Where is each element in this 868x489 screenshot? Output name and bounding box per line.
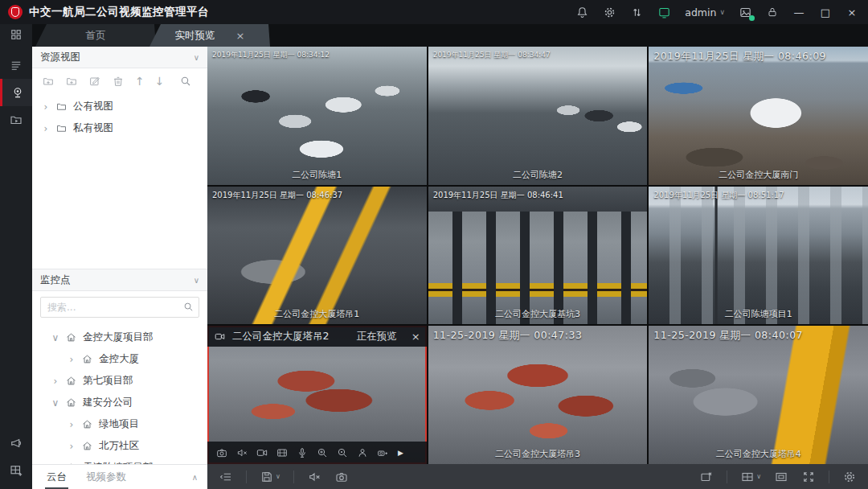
mute-speaker-icon[interactable]	[235, 446, 248, 459]
layout-table-icon[interactable]	[0, 457, 32, 484]
tab-close-icon[interactable]: ×	[236, 30, 245, 42]
app-grid-icon[interactable]	[0, 24, 32, 45]
broadcast-megaphone-icon[interactable]	[0, 429, 32, 457]
lock-screen-icon[interactable]	[766, 6, 779, 18]
more-tools-arrow-icon[interactable]: ▶	[398, 449, 403, 457]
camera-caption: 二公司金控大厦南门	[649, 169, 868, 181]
tree-item-label: 绿地项目	[99, 417, 139, 431]
expand-chevron-icon[interactable]: ›	[42, 101, 50, 113]
save-view-icon[interactable]: ∨	[260, 470, 280, 484]
camera-caption: 二公司陈塘1	[207, 169, 427, 181]
edit-icon[interactable]	[88, 75, 101, 88]
digital-zoom-icon[interactable]	[316, 446, 329, 459]
playback-folder-icon[interactable]	[0, 106, 32, 134]
settings-gear-icon[interactable]	[603, 6, 616, 19]
expand-chevron-icon[interactable]: ›	[68, 419, 76, 430]
monitor-point-header[interactable]: 监控点 ∨	[32, 269, 207, 291]
video-cell-8[interactable]: 11-25-2019 星期一 00:47:33 二公司金控大厦塔吊3	[428, 326, 648, 464]
record-video-icon[interactable]	[256, 446, 268, 459]
app-logo-icon	[8, 5, 23, 19]
tree-item-site[interactable]: › 北万社区	[32, 435, 207, 457]
search-input[interactable]	[40, 297, 199, 318]
folder-icon	[55, 101, 68, 113]
collapse-chevron-icon[interactable]: ∨	[51, 332, 59, 343]
camera-caption: 二公司陈塘2	[428, 169, 648, 181]
tree-item-label: 金控大厦项目部	[83, 331, 154, 344]
monitor-status-icon[interactable]	[657, 6, 671, 19]
expand-chevron-icon[interactable]: ›	[68, 354, 76, 365]
playback-film-icon[interactable]	[276, 446, 289, 459]
chevron-down-icon: ∨	[719, 8, 725, 16]
video-cell-5[interactable]: 2019年11月25日 星期一 08:46:41 二公司金控大厦基坑3	[428, 187, 648, 325]
tab-ptz[interactable]: 云台	[45, 466, 68, 489]
expand-chevron-icon[interactable]: ›	[51, 376, 59, 387]
tab-video-params[interactable]: 视频参数	[86, 471, 126, 484]
tree-item-project[interactable]: ∨ 天津陈塘项目部	[32, 457, 207, 464]
move-down-icon[interactable]: ↓	[155, 75, 165, 88]
user-menu[interactable]: admin ∨	[685, 6, 725, 18]
collapse-chevron-icon[interactable]: ∨	[51, 397, 59, 409]
video-cell-7-active[interactable]: 二公司金控大厦塔吊2 正在预览 × ▶	[207, 326, 427, 464]
video-cell-6[interactable]: 2019年11月25日 星期一 08:51:17 二公司陈塘项目1	[649, 187, 868, 325]
preset-person-icon[interactable]	[356, 446, 369, 459]
username-label: admin	[685, 6, 716, 18]
close-video-icon[interactable]: ×	[411, 331, 420, 343]
video-cell-9[interactable]: 11-25-2019 星期一 08:40:07 二公司金控大厦塔吊4	[649, 326, 868, 464]
home-icon	[81, 418, 93, 430]
fullscreen-icon[interactable]	[801, 470, 816, 484]
window-close-button[interactable]: ×	[845, 6, 858, 18]
tree-item-project[interactable]: ∨ 金控大厦项目部	[32, 327, 207, 348]
talk-mic-icon[interactable]	[296, 446, 309, 459]
resource-view-header[interactable]: 资源视图 ∨	[32, 47, 207, 68]
tree-item-project[interactable]: › 第七项目部	[32, 370, 207, 392]
window-maximize-button[interactable]: □	[819, 6, 832, 18]
zoom-3d-icon[interactable]	[336, 446, 349, 459]
video-cell-1[interactable]: 2019年11月25日 星期一 08:34:12 二公司陈塘1	[207, 47, 427, 185]
snapshot-status-icon[interactable]	[739, 6, 752, 19]
tab-live-preview[interactable]: 实时预览 ×	[149, 24, 270, 47]
monitor-point-title: 监控点	[40, 273, 71, 287]
expand-chevron-icon[interactable]: ›	[42, 123, 50, 134]
stream-type-icon[interactable]	[219, 470, 233, 484]
home-icon	[81, 440, 93, 452]
menu-list-icon[interactable]	[0, 51, 32, 79]
search-icon[interactable]	[182, 301, 194, 313]
tree-item-private-views[interactable]: › 私有视图	[32, 117, 207, 139]
add-view-folder-icon[interactable]	[65, 75, 78, 88]
tab-home[interactable]: 首页	[35, 24, 156, 47]
ptz-camera-icon[interactable]	[376, 446, 389, 459]
settings-gear-icon[interactable]	[842, 470, 857, 484]
online-status-dot	[749, 15, 755, 21]
search-icon[interactable]	[179, 75, 192, 88]
home-icon	[65, 375, 77, 387]
osd-timestamp: 2019年11月25日 星期一 08:46:37	[212, 190, 342, 201]
move-up-icon[interactable]: ↑	[135, 75, 145, 88]
video-cell-2[interactable]: 2019年11月25日 星期一 08:34:47 二公司陈塘2	[428, 47, 648, 185]
tree-item-site[interactable]: › 绿地项目	[32, 413, 207, 435]
expand-chevron-icon[interactable]: ›	[68, 441, 76, 452]
mute-all-speaker-icon[interactable]	[307, 470, 321, 484]
tree-item-public-views[interactable]: › 公有视图	[32, 96, 207, 117]
grid-layout-icon[interactable]: ∨	[740, 470, 761, 484]
window-minimize-button[interactable]: —	[792, 6, 805, 18]
snapshot-camera-icon[interactable]	[215, 446, 228, 459]
camera-icon	[214, 331, 226, 343]
collapse-panel-chevron-icon[interactable]: ∧	[192, 473, 198, 482]
live-view-webcam-icon[interactable]	[0, 79, 32, 106]
video-cell-3[interactable]: 2019年11月25日 星期一 08:46:09 二公司金控大厦南门	[649, 47, 868, 185]
tree-item-label: 公有视图	[73, 100, 113, 113]
camera-caption: 二公司金控大厦塔吊3	[428, 448, 648, 460]
notification-bell-icon[interactable]	[575, 6, 589, 19]
tree-item-site[interactable]: › 金控大厦	[32, 348, 207, 370]
add-group-folder-icon[interactable]	[42, 75, 55, 88]
tree-item-project[interactable]: ∨ 建安分公司	[32, 392, 207, 413]
close-all-windows-icon[interactable]	[699, 470, 714, 484]
sort-arrows-icon[interactable]	[630, 6, 644, 19]
snapshot-all-camera-icon[interactable]	[334, 470, 349, 484]
delete-trash-icon[interactable]	[112, 75, 125, 88]
single-window-icon[interactable]	[774, 470, 788, 484]
osd-timestamp: 2019年11月25日 星期一 08:34:47	[433, 50, 551, 60]
title-bar: 中交一航局二公司视频监控管理平台 admin ∨ — □ ×	[0, 0, 868, 24]
video-cell-4[interactable]: 2019年11月25日 星期一 08:46:37 二公司金控大厦塔吊1	[207, 187, 427, 325]
panel-footer: 云台 视频参数 ∧	[32, 464, 207, 489]
